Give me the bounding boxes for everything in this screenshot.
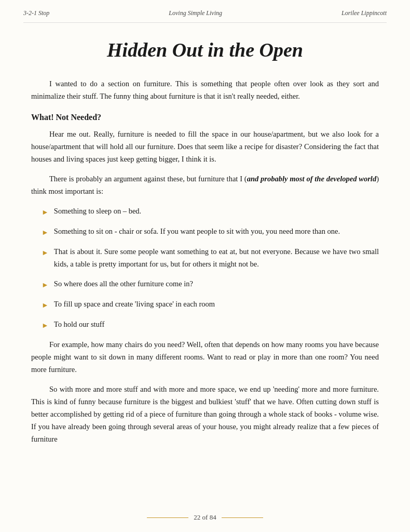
bullet-text-2: Something to sit on - chair or sofa. If … <box>54 225 379 238</box>
bullet-icon-5: ► <box>42 299 49 311</box>
list-item: ► So where does all the other furniture … <box>42 278 379 291</box>
bullet-text-4: So where does all the other furniture co… <box>54 278 379 290</box>
paragraph-2: Hear me out. Really, furniture is needed… <box>31 128 379 166</box>
page-header: 3-2-1 Stop Loving Simple Living Lorilee … <box>0 0 410 22</box>
list-item: ► That is about it. Sure some people wan… <box>42 246 379 271</box>
bullet-text-1: Something to sleep on – bed. <box>54 205 379 218</box>
bullet-list: ► Something to sleep on – bed. ► Somethi… <box>42 205 379 331</box>
p3-italic: and probably most of the developed world <box>247 175 376 183</box>
footer-line-left <box>147 517 188 518</box>
bullet-text-5: To fill up space and create 'living spac… <box>54 298 379 311</box>
paragraph-4: For example, how many chairs do you need… <box>31 339 379 376</box>
header-left: 3-2-1 Stop <box>23 9 49 17</box>
bullet-text-3: That is about it. Sure some people want … <box>54 246 379 271</box>
page-number: 22 of 84 <box>194 513 216 522</box>
section-heading: What! Not Needed? <box>31 113 379 122</box>
bullet-icon-4: ► <box>42 279 49 291</box>
page: 3-2-1 Stop Loving Simple Living Lorilee … <box>0 0 410 532</box>
bullet-icon-2: ► <box>42 227 49 238</box>
bullet-icon-1: ► <box>42 206 49 218</box>
intro-paragraph: I wanted to do a section on furniture. T… <box>31 78 379 103</box>
list-item: ► To hold our stuff <box>42 318 379 331</box>
bullet-icon-3: ► <box>42 247 49 259</box>
list-item: ► To fill up space and create 'living sp… <box>42 298 379 311</box>
footer-line-right <box>222 517 263 518</box>
page-footer: 22 of 84 <box>0 513 410 522</box>
paragraph-3: There is probably an argument against th… <box>31 173 379 198</box>
bullet-text-6: To hold our stuff <box>54 318 379 331</box>
page-content: Hidden Out in the Open I wanted to do a … <box>0 23 410 479</box>
list-item: ► Something to sleep on – bed. <box>42 205 379 218</box>
list-item: ► Something to sit on - chair or sofa. I… <box>42 225 379 238</box>
paragraph-5: So with more and more stuff and with mor… <box>31 383 379 446</box>
bullet-icon-6: ► <box>42 320 49 331</box>
chapter-title: Hidden Out in the Open <box>31 38 379 62</box>
header-right: Lorilee Lippincott <box>341 9 387 17</box>
header-center: Loving Simple Living <box>169 9 222 17</box>
p3-start: There is probably an argument against th… <box>49 175 247 183</box>
